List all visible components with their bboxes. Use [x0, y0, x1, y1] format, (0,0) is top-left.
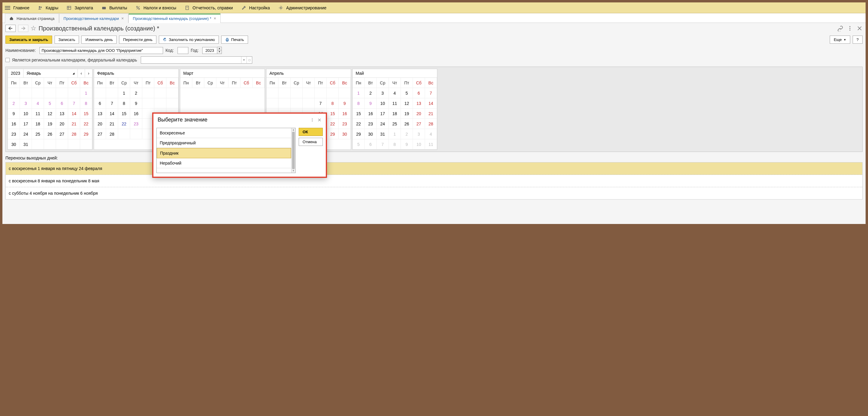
- forward-button[interactable]: [18, 25, 28, 32]
- day-cell[interactable]: 5: [352, 139, 365, 150]
- year-input[interactable]: [202, 47, 217, 54]
- link-icon[interactable]: [837, 25, 843, 31]
- day-cell[interactable]: 11: [389, 98, 401, 109]
- day-cell[interactable]: 1: [389, 129, 401, 139]
- day-cell[interactable]: 7: [106, 98, 118, 109]
- day-cell[interactable]: 1: [80, 88, 92, 98]
- day-cell[interactable]: 10: [20, 109, 32, 119]
- day-cell[interactable]: 21: [68, 119, 80, 129]
- transfer-item[interactable]: с воскресенья 1 января на пятницу 24 фев…: [6, 162, 862, 175]
- menu-admin[interactable]: Администрирование: [278, 5, 327, 10]
- open-icon[interactable]: ◻: [247, 57, 252, 63]
- day-cell[interactable]: 15: [352, 109, 365, 119]
- day-cell[interactable]: 23: [8, 129, 20, 139]
- day-cell[interactable]: 10: [377, 98, 389, 109]
- tab-calendars-list[interactable]: Производственные календари ×: [59, 13, 128, 23]
- spinner-up[interactable]: ▲: [217, 47, 221, 50]
- list-item[interactable]: Нерабочий: [157, 158, 291, 168]
- day-cell[interactable]: 12: [401, 98, 413, 109]
- back-button[interactable]: [5, 25, 16, 32]
- day-cell[interactable]: 23: [339, 119, 351, 129]
- close-icon[interactable]: ×: [214, 16, 216, 21]
- save-close-button[interactable]: Записать и закрыть: [5, 36, 52, 44]
- day-cell[interactable]: 13: [94, 109, 106, 119]
- day-cell[interactable]: 19: [401, 109, 413, 119]
- day-cell[interactable]: 13: [413, 98, 425, 109]
- menu-reports[interactable]: Отчетность, справки: [185, 5, 233, 10]
- day-cell[interactable]: 28: [425, 119, 437, 129]
- scrollbar-down-icon[interactable]: ▼: [291, 169, 296, 173]
- day-cell[interactable]: 22: [352, 119, 365, 129]
- day-cell[interactable]: 2: [365, 88, 377, 98]
- value-listbox[interactable]: ВоскресеньеПредпраздничныйПраздникНерабо…: [156, 128, 296, 173]
- day-cell[interactable]: 18: [32, 119, 44, 129]
- day-cell[interactable]: 20: [56, 119, 68, 129]
- scrollbar-up-icon[interactable]: ▲: [291, 128, 296, 132]
- save-button[interactable]: Записать: [55, 36, 79, 44]
- day-cell[interactable]: 14: [425, 98, 437, 109]
- day-cell[interactable]: 25: [32, 129, 44, 139]
- day-cell[interactable]: 3: [377, 88, 389, 98]
- day-cell[interactable]: 14: [68, 109, 80, 119]
- day-cell[interactable]: 1: [118, 88, 130, 98]
- change-day-button[interactable]: Изменить день: [82, 36, 117, 44]
- day-cell[interactable]: 27: [56, 129, 68, 139]
- tab-calendar-create[interactable]: Производственный календарь (создание) * …: [128, 13, 221, 23]
- more-button[interactable]: Еще ▼: [830, 36, 850, 44]
- tab-home[interactable]: Начальная страница: [5, 13, 59, 23]
- day-cell[interactable]: 23: [365, 119, 377, 129]
- day-cell[interactable]: 5: [44, 98, 56, 109]
- day-cell[interactable]: 4: [32, 98, 44, 109]
- day-cell[interactable]: 13: [56, 109, 68, 119]
- day-cell[interactable]: 17: [20, 119, 32, 129]
- day-cell[interactable]: 3: [20, 98, 32, 109]
- day-cell[interactable]: 22: [327, 119, 339, 129]
- menu-personnel[interactable]: Кадры: [38, 5, 59, 10]
- day-cell[interactable]: 11: [32, 109, 44, 119]
- day-cell[interactable]: 5: [401, 88, 413, 98]
- year-cell[interactable]: 2023: [8, 69, 24, 78]
- day-cell[interactable]: 29: [352, 129, 365, 139]
- day-cell[interactable]: 14: [106, 109, 118, 119]
- day-cell[interactable]: 12: [44, 109, 56, 119]
- day-cell[interactable]: 23: [130, 119, 142, 129]
- day-cell[interactable]: 17: [377, 109, 389, 119]
- day-cell[interactable]: 16: [339, 109, 351, 119]
- day-cell[interactable]: 9: [339, 98, 351, 109]
- move-day-button[interactable]: Перенести день: [119, 36, 156, 44]
- day-cell[interactable]: 27: [413, 119, 425, 129]
- day-cell[interactable]: 30: [339, 129, 351, 139]
- cancel-button[interactable]: Отмена: [299, 138, 323, 146]
- menu-settings[interactable]: Настройка: [241, 5, 270, 10]
- help-button[interactable]: ?: [852, 36, 863, 44]
- day-cell[interactable]: 2: [130, 88, 142, 98]
- day-cell[interactable]: 8: [118, 98, 130, 109]
- federal-combo[interactable]: ▼ ◻: [141, 56, 252, 64]
- day-cell[interactable]: 31: [377, 129, 389, 139]
- more-icon[interactable]: [310, 118, 314, 122]
- day-cell[interactable]: 28: [68, 129, 80, 139]
- day-cell[interactable]: 25: [389, 119, 401, 129]
- day-cell[interactable]: 26: [44, 129, 56, 139]
- close-icon[interactable]: [317, 118, 321, 122]
- day-cell[interactable]: 7: [377, 139, 389, 150]
- day-cell[interactable]: 20: [413, 109, 425, 119]
- day-cell[interactable]: 1: [352, 88, 365, 98]
- prev-month[interactable]: ‹: [78, 69, 85, 78]
- name-input[interactable]: [39, 47, 163, 54]
- scrollbar-thumb[interactable]: [292, 132, 295, 169]
- day-cell[interactable]: 7: [315, 98, 327, 109]
- day-cell[interactable]: 15: [327, 109, 339, 119]
- day-cell[interactable]: 6: [56, 98, 68, 109]
- day-cell[interactable]: 6: [413, 88, 425, 98]
- day-cell[interactable]: 21: [106, 119, 118, 129]
- day-cell[interactable]: 2: [401, 129, 413, 139]
- day-cell[interactable]: 7: [68, 98, 80, 109]
- spinner-down[interactable]: ▼: [217, 50, 221, 54]
- menu-salary[interactable]: Зарплата: [67, 5, 93, 10]
- code-input[interactable]: [178, 47, 188, 54]
- day-cell[interactable]: 30: [8, 139, 20, 150]
- day-cell[interactable]: 10: [413, 139, 425, 150]
- hamburger-menu[interactable]: Главное: [5, 5, 30, 10]
- day-cell[interactable]: 22: [80, 119, 92, 129]
